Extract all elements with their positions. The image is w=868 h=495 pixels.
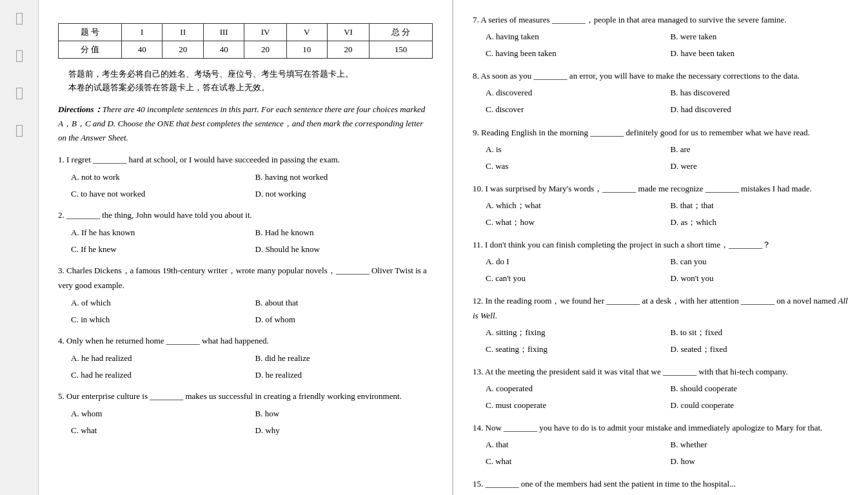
right-option-item[interactable]: A. sitting；fixing <box>486 325 664 340</box>
option-item[interactable]: D. of whom <box>255 312 433 327</box>
option-item[interactable]: A. If he has known <box>71 225 249 240</box>
table-header-cell: III <box>203 24 244 41</box>
directions: Directions：There are 40 incomplete sente… <box>58 102 433 145</box>
right-option-item[interactable]: C. seating；fixing <box>486 342 664 357</box>
question-text: 4. Only when he returned home ________ w… <box>58 334 433 348</box>
right-option-item[interactable]: C. what；how <box>486 215 664 230</box>
main-content: 题 号IIIIIIIVVVI总 分 分 值402040201020150 答题前… <box>39 0 868 495</box>
right-option-item[interactable]: D. have been taken <box>671 46 849 61</box>
table-value-row: 分 值402040201020150 <box>59 41 433 59</box>
sidebar-label-4 <box>16 125 23 137</box>
right-option-item[interactable]: D. as；which <box>671 215 849 230</box>
options-grid: A. of whichB. about thatC. in whichD. of… <box>71 295 433 327</box>
option-item[interactable]: C. If he knew <box>71 242 249 257</box>
table-header-cell: VI <box>328 24 370 41</box>
right-question-text: 11. I don't think you can finish complet… <box>473 238 849 252</box>
option-item[interactable]: A. whom <box>71 406 249 422</box>
option-item[interactable]: A. he had realized <box>71 351 249 366</box>
question-text: 5. Our enterprise culture is ________ ma… <box>58 389 433 403</box>
right-option-item[interactable]: D. won't you <box>671 271 849 286</box>
note-item: 本卷的试题答案必须答在答题卡上，答在试卷上无效。 <box>68 81 433 95</box>
option-item[interactable]: B. did he realize <box>255 351 433 366</box>
page-right: 7. A series of measures ________，people … <box>453 0 868 495</box>
right-option-item[interactable]: A. discovered <box>486 85 664 101</box>
table-value-cell: 40 <box>121 41 163 59</box>
right-option-item[interactable]: C. can't you <box>486 271 664 286</box>
option-item[interactable]: C. in which <box>71 312 249 327</box>
option-item[interactable]: C. what <box>71 423 249 438</box>
directions-bold: Directions： <box>58 104 103 114</box>
option-item[interactable]: D. Should he know <box>255 242 433 257</box>
right-option-item[interactable]: A. do I <box>486 254 664 269</box>
right-question-item: 14. Now ________ you have to do is to ad… <box>473 421 849 469</box>
right-option-item[interactable]: D. could cooperate <box>671 398 849 413</box>
right-question-item: 8. As soon as you ________ an error, you… <box>473 69 849 117</box>
right-option-item[interactable]: C. was <box>486 159 664 174</box>
option-item[interactable]: B. Had he known <box>255 225 433 240</box>
table-value-cell: 分 值 <box>59 41 122 59</box>
right-option-item[interactable]: B. should cooperate <box>671 381 849 396</box>
table-header-cell: V <box>286 24 328 41</box>
right-question-item: 9. Reading English in the morning ______… <box>473 126 849 174</box>
option-item[interactable]: D. not working <box>255 186 433 202</box>
right-options-grid: A. isB. areC. wasD. were <box>486 142 849 174</box>
right-option-item[interactable]: A. which；what <box>486 198 664 213</box>
right-question-text: 9. Reading English in the morning ______… <box>473 126 849 140</box>
right-option-item[interactable]: D. seated；fixed <box>671 342 849 357</box>
left-questions: 1. I regret ________ hard at school, or … <box>58 153 433 439</box>
page-left: 题 号IIIIIIIVVVI总 分 分 值402040201020150 答题前… <box>39 0 453 495</box>
right-option-item[interactable]: A. cooperated <box>486 381 664 396</box>
right-option-item[interactable]: B. whether <box>671 437 849 452</box>
right-option-item[interactable]: B. are <box>671 142 849 157</box>
right-option-item[interactable]: B. can you <box>671 254 849 269</box>
right-option-item[interactable]: B. has discovered <box>671 85 849 101</box>
right-options-grid: A. do IB. can youC. can't youD. won't yo… <box>486 254 849 286</box>
option-item[interactable]: B. how <box>255 406 433 422</box>
table-header-row: 题 号IIIIIIIVVVI总 分 <box>59 24 433 41</box>
option-item[interactable]: C. had he realized <box>71 367 249 383</box>
option-item[interactable]: B. about that <box>255 295 433 311</box>
right-question-text: 14. Now ________ you have to do is to ad… <box>473 421 849 435</box>
right-option-item[interactable]: C. what <box>486 454 664 469</box>
question-text: 3. Charles Dickens，a famous 19th-century… <box>58 264 433 292</box>
table-value-cell: 20 <box>244 41 286 59</box>
right-question-item: 11. I don't think you can finish complet… <box>473 238 849 286</box>
table-header-cell: 总 分 <box>370 24 433 41</box>
question-item: 4. Only when he returned home ________ w… <box>58 334 433 383</box>
right-option-item[interactable]: D. how <box>671 454 849 469</box>
option-item[interactable]: D. he realized <box>255 367 433 383</box>
right-option-item[interactable]: B. that；that <box>671 198 849 213</box>
question-item: 2. ________ the thing, John would have t… <box>58 208 433 257</box>
table-value-cell: 20 <box>163 41 204 59</box>
right-option-item[interactable]: D. were <box>671 159 849 174</box>
right-options-grid: A. which；whatB. that；thatC. what；howD. a… <box>486 198 849 230</box>
options-grid: A. whomB. howC. whatD. why <box>71 406 433 438</box>
right-option-item[interactable]: C. discover <box>486 102 664 117</box>
option-item[interactable]: C. to have not worked <box>71 186 249 202</box>
option-item[interactable]: A. not to work <box>71 170 249 185</box>
right-question-item: 12. In the reading room，we found her ___… <box>473 294 849 356</box>
right-option-item[interactable]: B. to sit；fixed <box>671 325 849 340</box>
question-item: 1. I regret ________ hard at school, or … <box>58 153 433 202</box>
question-text: 2. ________ the thing, John would have t… <box>58 208 433 222</box>
table-value-cell: 10 <box>286 41 328 59</box>
right-question-text: 15. ________ one of the members had sent… <box>473 477 849 491</box>
right-option-item[interactable]: C. having been taken <box>486 46 664 61</box>
option-item[interactable]: A. of which <box>71 295 249 311</box>
right-question-item: 10. I was surprised by Mary's words，____… <box>473 182 849 230</box>
sidebar-label-1 <box>16 13 23 24</box>
right-options-grid: A. sitting；fixingB. to sit；fixedC. seati… <box>486 325 849 357</box>
right-option-item[interactable]: C. must cooperate <box>486 398 664 413</box>
right-option-item[interactable]: A. having taken <box>486 29 664 44</box>
right-question-item: 13. At the meeting the president said it… <box>473 365 849 413</box>
right-option-item[interactable]: B. were taken <box>671 29 849 44</box>
right-option-item[interactable]: D. had discovered <box>671 102 849 117</box>
right-option-item[interactable]: A. that <box>486 437 664 452</box>
right-option-item[interactable]: A. is <box>486 142 664 157</box>
table-value-cell: 40 <box>203 41 244 59</box>
option-item[interactable]: B. having not worked <box>255 170 433 185</box>
option-item[interactable]: D. why <box>255 423 433 438</box>
options-grid: A. If he has knownB. Had he knownC. If h… <box>71 225 433 257</box>
right-question-item: 15. ________ one of the members had sent… <box>473 477 849 491</box>
table-header-cell: II <box>163 24 204 41</box>
